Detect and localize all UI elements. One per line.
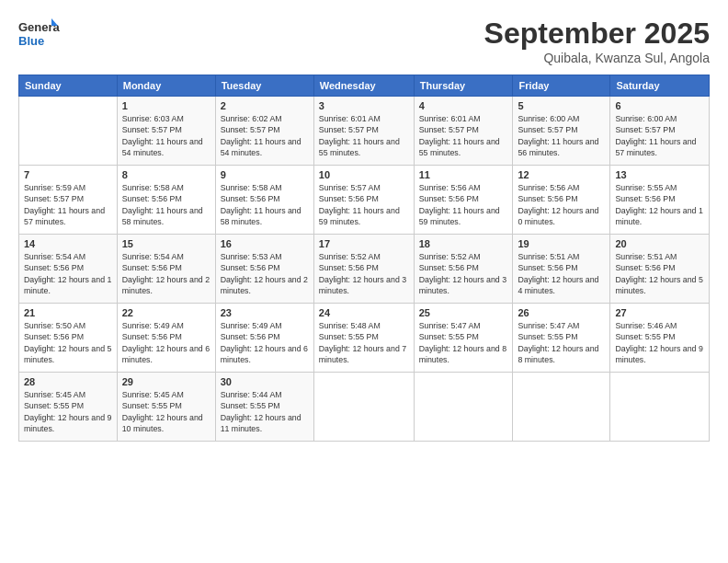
week-row-5: 28Sunrise: 5:45 AMSunset: 5:55 PMDayligh… xyxy=(19,373,710,442)
day-number: 14 xyxy=(24,238,112,249)
cell-info: Sunrise: 5:45 AMSunset: 5:55 PMDaylight:… xyxy=(24,389,112,434)
day-number: 7 xyxy=(24,169,112,180)
day-number: 8 xyxy=(122,169,210,180)
calendar-cell: 19Sunrise: 5:51 AMSunset: 5:56 PMDayligh… xyxy=(513,235,610,304)
day-number: 4 xyxy=(419,100,508,111)
location-subtitle: Quibala, Kwanza Sul, Angola xyxy=(484,51,710,65)
calendar-cell: 8Sunrise: 5:58 AMSunset: 5:56 PMDaylight… xyxy=(117,166,215,235)
cell-info: Sunrise: 6:02 AMSunset: 5:57 PMDaylight:… xyxy=(221,113,309,158)
calendar-cell: 27Sunrise: 5:46 AMSunset: 5:55 PMDayligh… xyxy=(610,304,710,373)
header-saturday: Saturday xyxy=(610,75,710,97)
calendar-cell: 12Sunrise: 5:56 AMSunset: 5:56 PMDayligh… xyxy=(513,166,610,235)
calendar-cell: 30Sunrise: 5:44 AMSunset: 5:55 PMDayligh… xyxy=(215,373,313,442)
day-number: 6 xyxy=(615,100,704,111)
day-number: 16 xyxy=(221,238,309,249)
day-number: 28 xyxy=(24,376,112,387)
calendar-cell: 21Sunrise: 5:50 AMSunset: 5:56 PMDayligh… xyxy=(19,304,118,373)
calendar-cell: 29Sunrise: 5:45 AMSunset: 5:55 PMDayligh… xyxy=(117,373,215,442)
cell-info: Sunrise: 5:47 AMSunset: 5:55 PMDaylight:… xyxy=(419,320,508,365)
calendar-cell xyxy=(19,97,118,166)
header-friday: Friday xyxy=(513,75,610,97)
day-number: 10 xyxy=(319,169,409,180)
header-sunday: Sunday xyxy=(19,75,118,97)
day-number: 25 xyxy=(419,307,508,318)
day-number: 21 xyxy=(24,307,112,318)
calendar-cell: 22Sunrise: 5:49 AMSunset: 5:56 PMDayligh… xyxy=(117,304,215,373)
day-number: 9 xyxy=(221,169,309,180)
calendar-cell: 20Sunrise: 5:51 AMSunset: 5:56 PMDayligh… xyxy=(610,235,710,304)
day-number: 13 xyxy=(615,169,704,180)
calendar-cell: 28Sunrise: 5:45 AMSunset: 5:55 PMDayligh… xyxy=(19,373,118,442)
cell-info: Sunrise: 5:50 AMSunset: 5:56 PMDaylight:… xyxy=(24,320,112,365)
calendar-cell xyxy=(313,373,414,442)
calendar-cell: 5Sunrise: 6:00 AMSunset: 5:57 PMDaylight… xyxy=(513,97,610,166)
day-number: 19 xyxy=(518,238,605,249)
header-tuesday: Tuesday xyxy=(215,75,313,97)
cell-info: Sunrise: 5:47 AMSunset: 5:55 PMDaylight:… xyxy=(518,320,605,365)
cell-info: Sunrise: 6:01 AMSunset: 5:57 PMDaylight:… xyxy=(419,113,508,158)
calendar-cell: 16Sunrise: 5:53 AMSunset: 5:56 PMDayligh… xyxy=(215,235,313,304)
logo-svg: General Blue xyxy=(18,17,60,52)
week-row-4: 21Sunrise: 5:50 AMSunset: 5:56 PMDayligh… xyxy=(19,304,710,373)
cell-info: Sunrise: 5:59 AMSunset: 5:57 PMDaylight:… xyxy=(24,182,112,227)
cell-info: Sunrise: 5:51 AMSunset: 5:56 PMDaylight:… xyxy=(518,251,605,296)
calendar-table: SundayMondayTuesdayWednesdayThursdayFrid… xyxy=(18,75,710,442)
day-number: 27 xyxy=(615,307,704,318)
logo: General Blue xyxy=(18,17,60,52)
calendar-cell: 6Sunrise: 6:00 AMSunset: 5:57 PMDaylight… xyxy=(610,97,710,166)
calendar-cell xyxy=(414,373,513,442)
svg-text:Blue: Blue xyxy=(18,34,44,48)
cell-info: Sunrise: 5:56 AMSunset: 5:56 PMDaylight:… xyxy=(518,182,605,227)
day-number: 17 xyxy=(319,238,409,249)
calendar-cell xyxy=(610,373,710,442)
cell-info: Sunrise: 5:52 AMSunset: 5:56 PMDaylight:… xyxy=(419,251,508,296)
cell-info: Sunrise: 6:00 AMSunset: 5:57 PMDaylight:… xyxy=(518,113,605,158)
cell-info: Sunrise: 5:45 AMSunset: 5:55 PMDaylight:… xyxy=(122,389,210,434)
cell-info: Sunrise: 5:49 AMSunset: 5:56 PMDaylight:… xyxy=(221,320,309,365)
cell-info: Sunrise: 5:46 AMSunset: 5:55 PMDaylight:… xyxy=(615,320,704,365)
day-number: 26 xyxy=(518,307,605,318)
calendar-cell: 24Sunrise: 5:48 AMSunset: 5:55 PMDayligh… xyxy=(313,304,414,373)
title-block: September 2025 Quibala, Kwanza Sul, Ango… xyxy=(484,17,710,65)
day-number: 15 xyxy=(122,238,210,249)
day-number: 23 xyxy=(221,307,309,318)
cell-info: Sunrise: 5:58 AMSunset: 5:56 PMDaylight:… xyxy=(122,182,210,227)
calendar-cell: 15Sunrise: 5:54 AMSunset: 5:56 PMDayligh… xyxy=(117,235,215,304)
calendar-cell: 3Sunrise: 6:01 AMSunset: 5:57 PMDaylight… xyxy=(313,97,414,166)
calendar-cell: 25Sunrise: 5:47 AMSunset: 5:55 PMDayligh… xyxy=(414,304,513,373)
day-number: 3 xyxy=(319,100,409,111)
calendar-cell: 2Sunrise: 6:02 AMSunset: 5:57 PMDaylight… xyxy=(215,97,313,166)
cell-info: Sunrise: 6:03 AMSunset: 5:57 PMDaylight:… xyxy=(122,113,210,158)
calendar-cell: 1Sunrise: 6:03 AMSunset: 5:57 PMDaylight… xyxy=(117,97,215,166)
day-number: 2 xyxy=(221,100,309,111)
day-number: 1 xyxy=(122,100,210,111)
header-monday: Monday xyxy=(117,75,215,97)
week-row-1: 1Sunrise: 6:03 AMSunset: 5:57 PMDaylight… xyxy=(19,97,710,166)
calendar-cell: 26Sunrise: 5:47 AMSunset: 5:55 PMDayligh… xyxy=(513,304,610,373)
cell-info: Sunrise: 6:00 AMSunset: 5:57 PMDaylight:… xyxy=(615,113,704,158)
cell-info: Sunrise: 5:58 AMSunset: 5:56 PMDaylight:… xyxy=(221,182,309,227)
day-number: 5 xyxy=(518,100,605,111)
cell-info: Sunrise: 5:54 AMSunset: 5:56 PMDaylight:… xyxy=(24,251,112,296)
day-number: 12 xyxy=(518,169,605,180)
cell-info: Sunrise: 5:51 AMSunset: 5:56 PMDaylight:… xyxy=(615,251,704,296)
cell-info: Sunrise: 5:54 AMSunset: 5:56 PMDaylight:… xyxy=(122,251,210,296)
day-number: 29 xyxy=(122,376,210,387)
calendar-cell: 4Sunrise: 6:01 AMSunset: 5:57 PMDaylight… xyxy=(414,97,513,166)
header-thursday: Thursday xyxy=(414,75,513,97)
header-wednesday: Wednesday xyxy=(313,75,414,97)
cell-info: Sunrise: 5:48 AMSunset: 5:55 PMDaylight:… xyxy=(319,320,409,365)
calendar-cell xyxy=(513,373,610,442)
cell-info: Sunrise: 5:57 AMSunset: 5:56 PMDaylight:… xyxy=(319,182,409,227)
day-number: 20 xyxy=(615,238,704,249)
page-header: General Blue September 2025 Quibala, Kwa… xyxy=(18,17,710,65)
day-number: 30 xyxy=(221,376,309,387)
cell-info: Sunrise: 5:52 AMSunset: 5:56 PMDaylight:… xyxy=(319,251,409,296)
day-number: 18 xyxy=(419,238,508,249)
week-row-3: 14Sunrise: 5:54 AMSunset: 5:56 PMDayligh… xyxy=(19,235,710,304)
month-title: September 2025 xyxy=(484,17,710,51)
calendar-cell: 23Sunrise: 5:49 AMSunset: 5:56 PMDayligh… xyxy=(215,304,313,373)
day-number: 22 xyxy=(122,307,210,318)
cell-info: Sunrise: 6:01 AMSunset: 5:57 PMDaylight:… xyxy=(319,113,409,158)
day-number: 24 xyxy=(319,307,409,318)
